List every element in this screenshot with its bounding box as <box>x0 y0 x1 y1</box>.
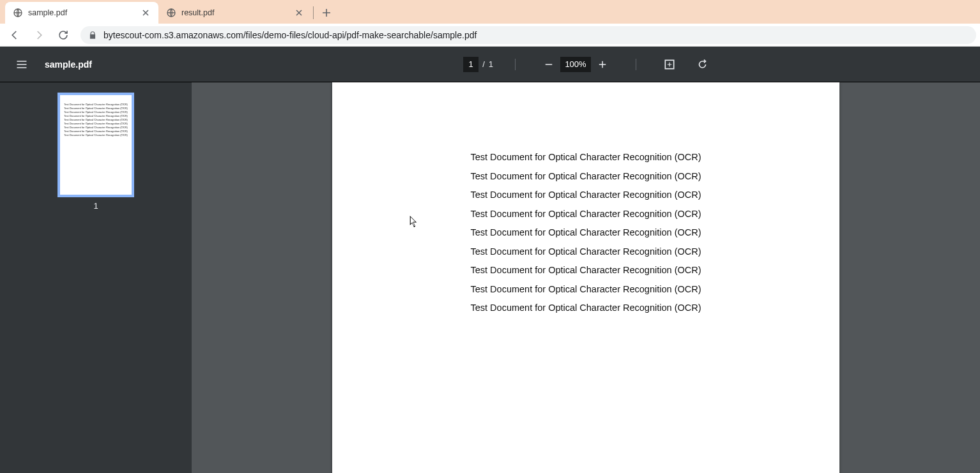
pdf-body: Test Document for Optical Character Reco… <box>0 82 980 473</box>
toolbar-divider <box>636 59 636 70</box>
forward-button[interactable] <box>28 25 50 45</box>
pdf-text-line: Test Document for Optical Character Reco… <box>470 303 701 313</box>
tab-title: result.pdf <box>181 8 289 17</box>
globe-icon <box>13 8 23 18</box>
lock-icon <box>88 31 97 40</box>
menu-icon[interactable] <box>10 53 33 76</box>
pdf-text-line: Test Document for Optical Character Reco… <box>470 209 701 219</box>
url-text: bytescout-com.s3.amazonaws.com/files/dem… <box>103 30 969 40</box>
browser-tab-active[interactable]: sample.pdf <box>5 2 158 24</box>
thumbnail-number: 1 <box>93 201 98 211</box>
thumbnail-text-line: Test Document for Optical Character Reco… <box>64 133 128 137</box>
toolbar-divider <box>515 59 516 70</box>
new-tab-button[interactable] <box>318 4 335 22</box>
tab-title: sample.pdf <box>28 8 135 17</box>
page-viewport[interactable]: Test Document for Optical Character Reco… <box>192 82 980 473</box>
pdf-text-line: Test Document for Optical Character Reco… <box>470 153 701 162</box>
page-controls: / 1 <box>463 57 493 72</box>
fit-to-page-button[interactable] <box>658 53 681 76</box>
pdf-text-line: Test Document for Optical Character Reco… <box>470 285 701 294</box>
url-bar[interactable]: bytescout-com.s3.amazonaws.com/files/dem… <box>80 26 976 44</box>
thumbnail-page[interactable]: Test Document for Optical Character Reco… <box>57 93 134 197</box>
close-icon[interactable] <box>294 8 304 18</box>
zoom-controls: 100% <box>537 53 614 76</box>
pdf-text-line: Test Document for Optical Character Reco… <box>470 266 701 275</box>
thumbnail-item[interactable]: Test Document for Optical Character Reco… <box>57 93 134 211</box>
pdf-text-line: Test Document for Optical Character Reco… <box>470 190 701 200</box>
thumbnail-panel[interactable]: Test Document for Optical Character Reco… <box>0 82 192 473</box>
zoom-out-button[interactable] <box>537 53 560 76</box>
back-button[interactable] <box>4 25 26 45</box>
browser-tab-strip: sample.pdf result.pdf <box>0 0 980 24</box>
browser-tab-inactive[interactable]: result.pdf <box>158 2 312 24</box>
pdf-text-line: Test Document for Optical Character Reco… <box>470 228 701 237</box>
pdf-file-title: sample.pdf <box>45 59 92 70</box>
zoom-level[interactable]: 100% <box>560 57 591 72</box>
globe-icon <box>166 8 176 18</box>
page-number-input[interactable] <box>463 57 479 72</box>
pdf-text-line: Test Document for Optical Character Reco… <box>470 172 701 181</box>
pdf-page: Test Document for Optical Character Reco… <box>332 82 839 473</box>
tab-divider <box>313 6 314 19</box>
reload-button[interactable] <box>52 25 74 45</box>
zoom-in-button[interactable] <box>591 53 614 76</box>
page-total: 1 <box>489 59 493 69</box>
pdf-text-line: Test Document for Optical Character Reco… <box>470 247 701 257</box>
page-separator: / <box>479 59 489 69</box>
pdf-toolbar: sample.pdf / 1 100% <box>0 47 980 82</box>
browser-address-bar: bytescout-com.s3.amazonaws.com/files/dem… <box>0 24 980 47</box>
close-icon[interactable] <box>141 8 151 18</box>
rotate-button[interactable] <box>693 53 716 76</box>
